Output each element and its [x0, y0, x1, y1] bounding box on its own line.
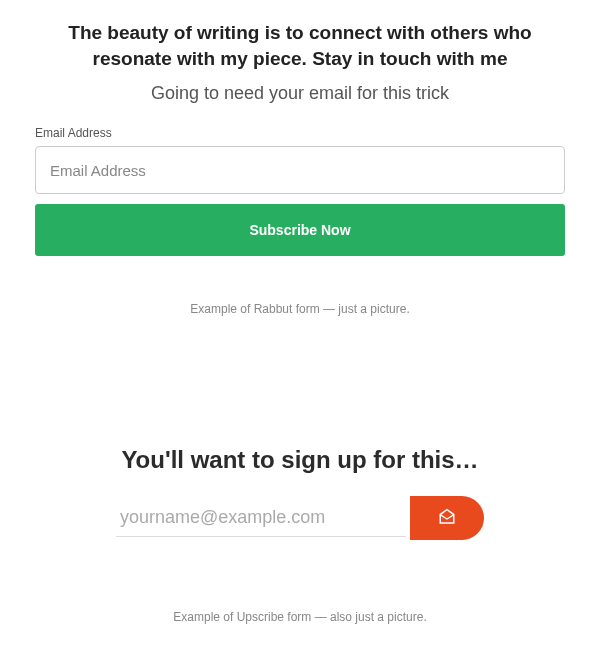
envelope-icon	[438, 508, 456, 529]
email-label: Email Address	[35, 126, 565, 140]
upscribe-input-row	[75, 496, 525, 540]
email-field[interactable]	[35, 146, 565, 194]
upscribe-caption: Example of Upscribe form — also just a p…	[75, 610, 525, 624]
upscribe-form: You'll want to sign up for this… Example…	[35, 446, 565, 624]
rabbut-subhead: Going to need your email for this trick	[35, 83, 565, 104]
upscribe-email-field[interactable]	[116, 499, 406, 537]
subscribe-button[interactable]: Subscribe Now	[35, 204, 565, 256]
upscribe-submit-button[interactable]	[410, 496, 484, 540]
rabbut-headline: The beauty of writing is to connect with…	[35, 20, 565, 71]
upscribe-headline: You'll want to sign up for this…	[75, 446, 525, 474]
rabbut-form: The beauty of writing is to connect with…	[35, 20, 565, 316]
rabbut-caption: Example of Rabbut form — just a picture.	[35, 302, 565, 316]
